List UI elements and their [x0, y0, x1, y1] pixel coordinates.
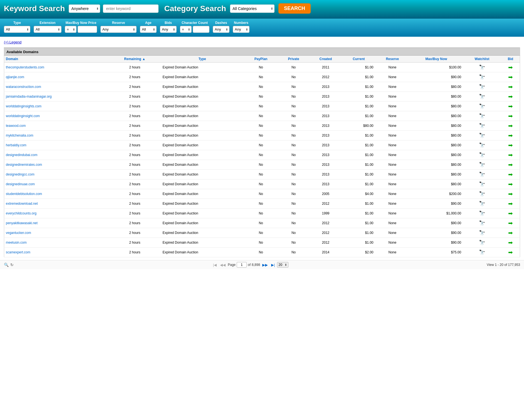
col-current[interactable]: Current: [342, 56, 375, 63]
bid-arrow-icon[interactable]: ➡: [508, 249, 513, 255]
refresh-icon-btn[interactable]: ↻: [10, 263, 14, 267]
watchlist-icon[interactable]: 🔭: [479, 65, 485, 70]
cell-bid[interactable]: ➡: [501, 209, 520, 218]
cell-domain[interactable]: designedinemirates.com: [4, 160, 109, 170]
next-page-btn[interactable]: ▶▶: [261, 262, 269, 268]
col-type[interactable]: Type: [161, 56, 244, 63]
cell-watchlist[interactable]: 🔭: [463, 228, 501, 238]
bid-arrow-icon[interactable]: ➡: [508, 103, 513, 109]
search-icon-btn[interactable]: 🔍: [4, 263, 9, 267]
cell-domain[interactable]: worlddatinginsight.com: [4, 111, 109, 121]
domain-link[interactable]: designedingcc.com: [6, 172, 34, 176]
cell-bid[interactable]: ➡: [501, 121, 520, 131]
cell-bid[interactable]: ➡: [501, 63, 520, 72]
cell-domain[interactable]: scamexpert.com: [4, 248, 109, 257]
watchlist-icon[interactable]: 🔭: [479, 181, 485, 187]
cell-bid[interactable]: ➡: [501, 199, 520, 209]
domain-link[interactable]: designedinuae.com: [6, 182, 35, 186]
type-select[interactable]: All Expired Domain Auction Buy Now Make …: [4, 26, 30, 33]
cell-bid[interactable]: ➡: [501, 150, 520, 160]
bid-arrow-icon[interactable]: ➡: [508, 162, 513, 168]
cell-domain[interactable]: extremedownload.net: [4, 199, 109, 209]
cell-bid[interactable]: ➡: [501, 228, 520, 238]
cell-watchlist[interactable]: 🔭: [463, 199, 501, 209]
domain-link[interactable]: everychildcounts.org: [6, 211, 36, 215]
domain-link[interactable]: jamiaimdadia-madaninagar.org: [6, 95, 52, 98]
col-private[interactable]: Private: [278, 56, 309, 63]
extension-select[interactable]: All .com .net .org .info .biz: [34, 26, 61, 33]
cell-watchlist[interactable]: 🔭: [463, 218, 501, 228]
cell-domain[interactable]: wataraconstruction.com: [4, 82, 109, 92]
anywhere-select[interactable]: Anywhere Domain Only Tags Description: [69, 4, 100, 13]
watchlist-icon[interactable]: 🔭: [479, 123, 485, 129]
cell-watchlist[interactable]: 🔭: [463, 92, 501, 102]
cell-bid[interactable]: ➡: [501, 238, 520, 248]
cell-watchlist[interactable]: 🔭: [463, 121, 501, 131]
cell-bid[interactable]: ➡: [501, 189, 520, 199]
search-button[interactable]: SEARCH: [278, 3, 311, 14]
cell-watchlist[interactable]: 🔭: [463, 160, 501, 170]
cell-domain[interactable]: penyakitkawasaki.net: [4, 218, 109, 228]
last-page-btn[interactable]: ▶|: [270, 262, 276, 268]
cell-bid[interactable]: ➡: [501, 82, 520, 92]
first-page-btn[interactable]: |◀: [212, 262, 218, 268]
cell-bid[interactable]: ➡: [501, 160, 520, 170]
watchlist-icon[interactable]: 🔭: [479, 94, 485, 99]
domain-link[interactable]: vegantucker.com: [6, 231, 31, 235]
cell-domain[interactable]: qijianjie.com: [4, 72, 109, 82]
col-bid[interactable]: Bid: [501, 56, 520, 63]
bid-arrow-icon[interactable]: ➡: [508, 113, 513, 119]
col-created[interactable]: Created: [309, 56, 342, 63]
cell-bid[interactable]: ➡: [501, 92, 520, 102]
domain-link[interactable]: qijianjie.com: [6, 75, 24, 79]
watchlist-icon[interactable]: 🔭: [479, 162, 485, 167]
domain-link[interactable]: penyakitkawasaki.net: [6, 221, 38, 225]
cell-watchlist[interactable]: 🔭: [463, 82, 501, 92]
cell-watchlist[interactable]: 🔭: [463, 170, 501, 179]
cell-watchlist[interactable]: 🔭: [463, 179, 501, 189]
bid-arrow-icon[interactable]: ➡: [508, 74, 513, 80]
char-count-input[interactable]: [193, 26, 209, 33]
watchlist-icon[interactable]: 🔭: [479, 172, 485, 177]
cell-domain[interactable]: vegantucker.com: [4, 228, 109, 238]
col-watchlist[interactable]: Watchlist: [463, 56, 501, 63]
cell-watchlist[interactable]: 🔭: [463, 131, 501, 140]
watchlist-icon[interactable]: 🔭: [479, 133, 485, 138]
bid-arrow-icon[interactable]: ➡: [508, 132, 513, 139]
cell-domain[interactable]: studentdebtsolution.com: [4, 189, 109, 199]
cell-domain[interactable]: herbaldiy.com: [4, 140, 109, 150]
cell-watchlist[interactable]: 🔭: [463, 63, 501, 72]
cell-bid[interactable]: ➡: [501, 111, 520, 121]
cell-bid[interactable]: ➡: [501, 102, 520, 111]
watchlist-icon[interactable]: 🔭: [479, 84, 485, 90]
cell-bid[interactable]: ➡: [501, 72, 520, 82]
bid-arrow-icon[interactable]: ➡: [508, 230, 513, 236]
watchlist-icon[interactable]: 🔭: [479, 142, 485, 148]
max-buy-operator-select[interactable]: = > < >= <=: [65, 26, 76, 33]
cell-watchlist[interactable]: 🔭: [463, 140, 501, 150]
cell-domain[interactable]: designedindubai.com: [4, 150, 109, 160]
cell-watchlist[interactable]: 🔭: [463, 150, 501, 160]
cell-watchlist[interactable]: 🔭: [463, 72, 501, 82]
watchlist-icon[interactable]: 🔭: [479, 74, 485, 80]
watchlist-icon[interactable]: 🔭: [479, 113, 485, 119]
cell-domain[interactable]: thecomputerstudents.com: [4, 63, 109, 72]
bid-arrow-icon[interactable]: ➡: [508, 123, 513, 129]
watchlist-icon[interactable]: 🔭: [479, 249, 485, 255]
col-reserve[interactable]: Reserve: [375, 56, 410, 63]
bid-arrow-icon[interactable]: ➡: [508, 181, 513, 187]
cell-domain[interactable]: designedingcc.com: [4, 170, 109, 179]
domain-link[interactable]: extremedownload.net: [6, 202, 38, 206]
bid-arrow-icon[interactable]: ➡: [508, 220, 513, 226]
legend-link[interactable]: (+) Legend: [4, 40, 21, 44]
domain-link[interactable]: meetusin.com: [6, 241, 27, 244]
page-input[interactable]: [237, 262, 247, 268]
col-domain[interactable]: Domain: [4, 56, 109, 63]
cell-watchlist[interactable]: 🔭: [463, 102, 501, 111]
cell-watchlist[interactable]: 🔭: [463, 209, 501, 218]
bid-arrow-icon[interactable]: ➡: [508, 201, 513, 207]
keyword-input[interactable]: [103, 4, 159, 13]
bid-arrow-icon[interactable]: ➡: [508, 84, 513, 90]
cell-domain[interactable]: designedinuae.com: [4, 179, 109, 189]
cell-bid[interactable]: ➡: [501, 140, 520, 150]
